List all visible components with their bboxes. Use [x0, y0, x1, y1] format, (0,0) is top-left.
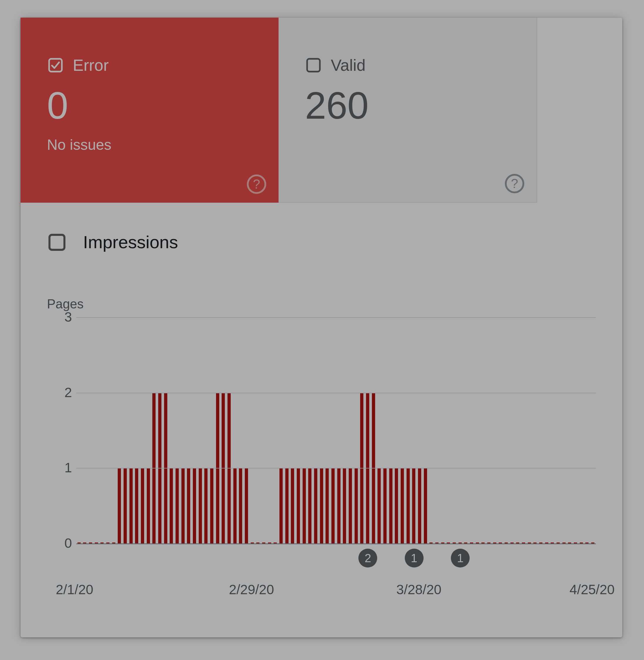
chart-bar: [377, 468, 381, 543]
chart-bar: [349, 468, 352, 543]
tab-error-label: Error: [73, 56, 109, 74]
chart-bar: [297, 468, 300, 543]
chart-bar: [123, 468, 127, 543]
chart-bar: [176, 468, 179, 543]
chart-bar: [395, 468, 398, 543]
status-tabs: Error 0 No issues ? Valid 260: [21, 18, 537, 203]
tab-valid-value: 260: [305, 86, 510, 125]
svg-rect-2: [50, 235, 65, 250]
pages-chart: Pages 01232112/1/202/29/203/28/204/25/20: [47, 297, 596, 593]
chart-bar: [412, 468, 415, 543]
chart-bar: [314, 468, 317, 543]
checkbox-checked-icon[interactable]: [47, 57, 64, 74]
chart-bar: [418, 468, 421, 543]
chart-bar: [130, 468, 133, 543]
impressions-label: Impressions: [83, 232, 178, 252]
chart-xtick: 2/1/20: [56, 581, 93, 597]
chart-bar: [141, 468, 144, 543]
chart-bar: [291, 468, 294, 543]
chart-bar: [181, 468, 185, 543]
tab-valid-label: Valid: [331, 56, 365, 74]
chart-bar: [285, 468, 289, 543]
chart-ylabel: Pages: [47, 297, 596, 311]
valid-help-button[interactable]: ?: [505, 174, 524, 193]
checkbox-unchecked-icon[interactable]: [305, 57, 322, 74]
chart-gridline: [76, 468, 596, 468]
help-icon: ?: [505, 174, 524, 193]
chart-ytick: 1: [54, 460, 72, 476]
chart-bar: [118, 468, 121, 543]
chart-bar: [389, 468, 392, 543]
chart-xtick: 2/29/20: [229, 581, 274, 597]
svg-rect-1: [307, 59, 320, 72]
chart-bar: [204, 468, 208, 543]
chart-event-marker[interactable]: 2: [359, 549, 377, 568]
chart-plot-area: [76, 317, 596, 543]
chart-bar: [239, 468, 242, 543]
svg-rect-0: [49, 59, 62, 72]
checkbox-unchecked-icon[interactable]: [47, 232, 67, 252]
impressions-toggle[interactable]: Impressions: [47, 232, 178, 252]
chart-bar: [407, 468, 410, 543]
tab-error[interactable]: Error 0 No issues ?: [21, 18, 279, 203]
chart-bar: [354, 468, 358, 543]
chart-bar: [303, 468, 306, 543]
chart-bar: [383, 468, 387, 543]
chart-gridline: [76, 317, 596, 318]
chart-bar: [147, 468, 150, 543]
chart-ytick: 0: [54, 535, 72, 551]
chart-bar: [135, 468, 138, 543]
chart-bar: [343, 468, 346, 543]
chart-bar: [199, 468, 202, 543]
chart-bar: [325, 468, 329, 543]
chart-bar: [193, 468, 196, 543]
chart-bar: [170, 468, 173, 543]
chart-bar: [331, 468, 335, 543]
tab-error-value: 0: [47, 86, 252, 125]
tab-error-header: Error: [47, 56, 252, 74]
chart-bar: [424, 468, 427, 543]
chart-xtick: 3/28/20: [396, 581, 441, 597]
tab-valid-header: Valid: [305, 56, 510, 74]
chart-xtick: 4/25/20: [570, 581, 614, 597]
chart-bar: [245, 468, 248, 543]
chart-bar: [401, 468, 404, 543]
chart-gridline: [76, 393, 596, 393]
chart-event-marker[interactable]: 1: [405, 549, 423, 568]
chart-bar: [279, 468, 283, 543]
report-card: Error 0 No issues ? Valid 260: [21, 18, 622, 637]
tab-error-sub: No issues: [47, 136, 252, 153]
chart-event-marker[interactable]: 1: [451, 549, 470, 568]
chart-gridline: [76, 543, 596, 544]
chart-bar: [308, 468, 312, 543]
chart-bar: [337, 468, 341, 543]
chart-bar: [187, 468, 190, 543]
help-icon: ?: [247, 174, 266, 194]
chart-bar: [233, 468, 236, 543]
chart-ytick: 3: [54, 309, 72, 325]
error-help-button[interactable]: ?: [247, 174, 266, 194]
chart-bar: [320, 468, 323, 543]
chart-bar: [210, 468, 213, 543]
chart-ytick: 2: [54, 384, 72, 400]
tab-valid[interactable]: Valid 260 ?: [279, 18, 537, 203]
